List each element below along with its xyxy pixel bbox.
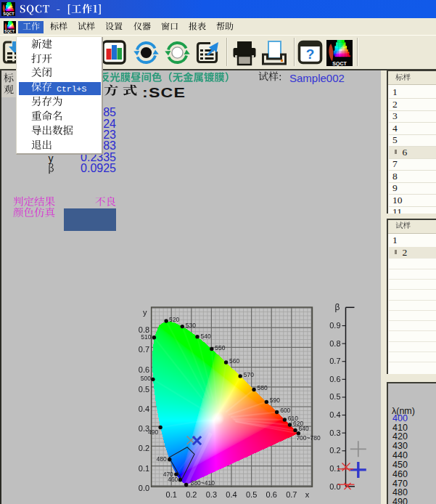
svg-text:SQCT: SQCT — [4, 29, 15, 33]
svg-text:SQCT: SQCT — [3, 12, 15, 16]
svg-text:SQCT: SQCT — [332, 61, 347, 66]
svg-text:?: ? — [306, 46, 315, 62]
